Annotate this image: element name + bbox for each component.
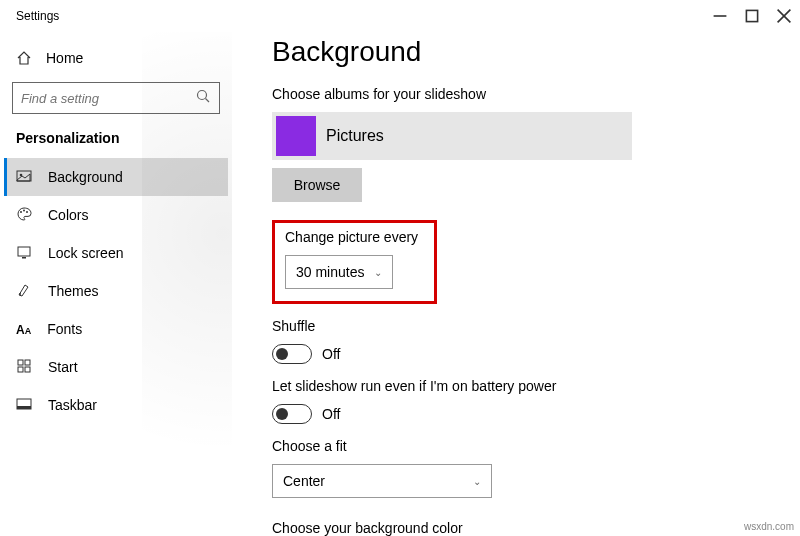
- svg-point-8: [20, 211, 22, 213]
- svg-rect-17: [25, 367, 30, 372]
- sidebar-item-themes[interactable]: Themes: [4, 272, 228, 310]
- sidebar-item-taskbar[interactable]: Taskbar: [4, 386, 228, 424]
- dropdown-value: Center: [283, 473, 325, 489]
- close-button[interactable]: [768, 0, 800, 32]
- sidebar-item-label: Fonts: [47, 321, 82, 337]
- shuffle-label: Shuffle: [272, 318, 776, 334]
- chevron-down-icon: ⌄: [374, 267, 382, 278]
- svg-rect-12: [22, 257, 26, 259]
- themes-icon: [16, 282, 32, 301]
- search-icon: [195, 88, 211, 108]
- svg-point-10: [26, 211, 28, 213]
- album-row[interactable]: Pictures: [272, 112, 632, 160]
- window-title: Settings: [16, 9, 59, 23]
- picture-icon: [16, 168, 32, 187]
- sidebar-item-lockscreen[interactable]: Lock screen: [4, 234, 228, 272]
- change-picture-label: Change picture every: [285, 229, 418, 245]
- svg-rect-16: [18, 367, 23, 372]
- sidebar-item-fonts[interactable]: AA Fonts: [4, 310, 228, 348]
- lock-icon: [16, 244, 32, 263]
- fit-label: Choose a fit: [272, 438, 776, 454]
- home-nav[interactable]: Home: [4, 40, 228, 76]
- palette-icon: [16, 206, 32, 225]
- svg-rect-15: [25, 360, 30, 365]
- sidebar-item-label: Taskbar: [48, 397, 97, 413]
- battery-toggle[interactable]: [272, 404, 312, 424]
- highlight-box: Change picture every 30 minutes ⌄: [272, 220, 437, 304]
- svg-line-5: [206, 99, 210, 103]
- svg-point-13: [19, 293, 21, 295]
- sidebar: Home Personalization Background Colors L…: [0, 32, 232, 536]
- search-input[interactable]: [12, 82, 220, 114]
- sidebar-item-label: Themes: [48, 283, 99, 299]
- dropdown-value: 30 minutes: [296, 264, 364, 280]
- albums-label: Choose albums for your slideshow: [272, 86, 776, 102]
- svg-rect-6: [17, 171, 31, 181]
- sidebar-item-label: Background: [48, 169, 123, 185]
- main-content: Background Choose albums for your slides…: [232, 32, 800, 536]
- page-title: Background: [272, 36, 776, 68]
- svg-rect-1: [746, 10, 757, 21]
- home-label: Home: [46, 50, 83, 66]
- svg-rect-14: [18, 360, 23, 365]
- svg-rect-11: [18, 247, 30, 256]
- battery-label: Let slideshow run even if I'm on battery…: [272, 378, 776, 394]
- change-picture-dropdown[interactable]: 30 minutes ⌄: [285, 255, 393, 289]
- album-thumbnail: [276, 116, 316, 156]
- svg-rect-19: [17, 406, 31, 409]
- sidebar-item-label: Lock screen: [48, 245, 123, 261]
- maximize-button[interactable]: [736, 0, 768, 32]
- color-label: Choose your background color: [272, 520, 776, 536]
- section-header: Personalization: [4, 124, 228, 158]
- search-field[interactable]: [21, 91, 195, 106]
- watermark: wsxdn.com: [744, 521, 794, 532]
- sidebar-item-label: Colors: [48, 207, 88, 223]
- taskbar-icon: [16, 396, 32, 415]
- sidebar-item-label: Start: [48, 359, 78, 375]
- shuffle-value: Off: [322, 346, 340, 362]
- fit-dropdown[interactable]: Center ⌄: [272, 464, 492, 498]
- album-name: Pictures: [326, 127, 384, 145]
- start-icon: [16, 358, 32, 377]
- fonts-icon: AA: [16, 321, 31, 337]
- battery-value: Off: [322, 406, 340, 422]
- shuffle-toggle[interactable]: [272, 344, 312, 364]
- browse-button[interactable]: Browse: [272, 168, 362, 202]
- sidebar-item-background[interactable]: Background: [4, 158, 228, 196]
- window-controls: [704, 0, 800, 32]
- chevron-down-icon: ⌄: [473, 476, 481, 487]
- sidebar-item-start[interactable]: Start: [4, 348, 228, 386]
- svg-point-9: [23, 209, 25, 211]
- svg-point-4: [198, 91, 207, 100]
- minimize-button[interactable]: [704, 0, 736, 32]
- sidebar-item-colors[interactable]: Colors: [4, 196, 228, 234]
- home-icon: [16, 50, 32, 66]
